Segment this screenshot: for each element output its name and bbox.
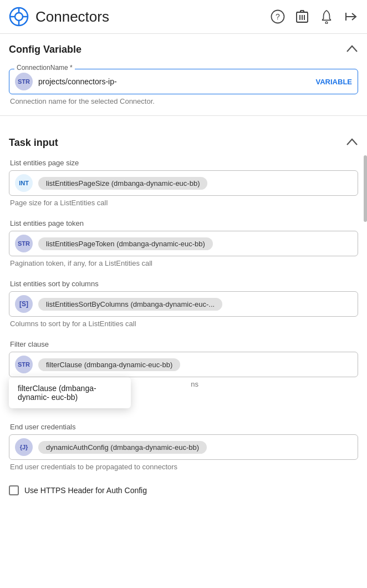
config-variable-title: Config Variable <box>9 44 81 55</box>
svg-point-1 <box>15 13 23 21</box>
delete-icon[interactable] <box>295 9 309 24</box>
end-user-credentials-label-row: End user credentials <box>9 420 358 431</box>
end-user-credentials-group: {J} dynamicAuthConfig (dmbanga-dynamic-e… <box>9 434 358 471</box>
j-badge-4: {J} <box>15 438 33 456</box>
svg-point-16 <box>325 22 328 24</box>
app-logo <box>9 7 29 27</box>
list-entities-sort-label: List entities sort by columns <box>10 277 358 288</box>
config-variable-section: Config Variable ConnectionName * STR pro… <box>0 34 367 105</box>
task-input-collapse-icon[interactable] <box>346 138 358 148</box>
list-entities-page-size-label: List entities page size <box>10 156 358 167</box>
https-header-checkbox[interactable] <box>9 485 19 495</box>
filter-clause-group: Filter clause STR filterClause (dmbanga-… <box>9 338 358 388</box>
list-entities-page-size-hint: Page size for a ListEntities call <box>10 199 358 207</box>
svg-text:?: ? <box>276 12 280 21</box>
end-user-credentials-label: End user credentials <box>10 420 358 431</box>
end-user-credentials-chip: dynamicAuthConfig (dmbanga-dynamic-euc-b… <box>38 441 207 454</box>
list-entities-sort-input[interactable]: [S] listEntitiesSortByColumns (dmbanga-d… <box>9 291 358 317</box>
list-entities-page-token-hint: Pagination token, if any, for a ListEnti… <box>10 259 358 267</box>
filter-clause-chip: filterClause (dmbanga-dynamic-euc-bb) <box>38 358 180 371</box>
filter-clause-hint-suffix: ns <box>191 380 198 388</box>
filter-clause-input[interactable]: STR filterClause (dmbanga-dynamic-euc-bb… <box>9 352 358 377</box>
connection-name-badge: STR <box>15 73 33 90</box>
https-header-checkbox-row[interactable]: Use HTTPS Header for Auth Config <box>9 481 358 504</box>
s-badge-2: [S] <box>15 295 33 313</box>
scrollbar[interactable] <box>364 155 367 222</box>
connection-name-label: ConnectionName * <box>14 64 75 72</box>
list-entities-page-token-chip: listEntitiesPageToken (dmbanga-dynamic-e… <box>38 237 213 250</box>
list-entities-page-size-chip: listEntitiesPageSize (dmbanga-dynamic-eu… <box>38 177 207 190</box>
bell-icon[interactable] <box>319 9 334 24</box>
task-input-title: Task input <box>9 137 58 149</box>
header-actions: ? <box>271 9 358 24</box>
connection-name-value: projects/connectors-ip- <box>38 77 312 86</box>
config-variable-header: Config Variable <box>9 34 358 63</box>
page-title: Connectors <box>35 8 271 26</box>
list-entities-page-token-input[interactable]: STR listEntitiesPageToken (dmbanga-dynam… <box>9 231 358 256</box>
connection-name-hint: Connection name for the selected Connect… <box>10 97 358 105</box>
list-entities-sort-group: List entities sort by columns [S] listEn… <box>9 277 358 328</box>
https-header-label: Use HTTPS Header for Auth Config <box>24 486 147 495</box>
end-user-credentials-hint: End user credentials to be propagated to… <box>10 463 358 471</box>
help-icon[interactable]: ? <box>271 9 285 24</box>
list-entities-sort-hint: Columns to sort by for a ListEntities ca… <box>10 320 358 328</box>
str-badge-1: STR <box>15 235 33 252</box>
section-gap-1 <box>0 116 367 127</box>
end-user-credentials-input[interactable]: {J} dynamicAuthConfig (dmbanga-dynamic-e… <box>9 434 358 460</box>
task-input-section: Task input List entities page size INT l… <box>0 127 367 504</box>
config-variable-collapse-icon[interactable] <box>346 45 358 55</box>
list-entities-page-size-group: List entities page size INT listEntities… <box>9 156 358 207</box>
variable-button[interactable]: VARIABLE <box>312 78 352 86</box>
task-input-header: Task input <box>9 127 358 156</box>
list-entities-page-size-input[interactable]: INT listEntitiesPageSize (dmbanga-dynami… <box>9 170 358 196</box>
list-entities-page-token-group: List entities page token STR listEntitie… <box>9 217 358 267</box>
list-entities-sort-chip: listEntitiesSortByColumns (dmbanga-dynam… <box>38 298 222 311</box>
list-entities-page-token-label: List entities page token <box>10 217 358 227</box>
connection-name-field-group: ConnectionName * STR projects/connectors… <box>9 69 358 105</box>
str-badge-3: STR <box>15 356 33 373</box>
expand-icon[interactable] <box>344 9 358 24</box>
filter-clause-label: Filter clause <box>10 338 358 348</box>
int-badge-0: INT <box>15 174 33 192</box>
filter-clause-hint: Filter clau <box>10 380 41 388</box>
connection-name-input-wrapper: ConnectionName * STR projects/connectors… <box>9 69 358 94</box>
connection-name-input-row[interactable]: STR projects/connectors-ip- VARIABLE <box>9 69 358 94</box>
app-header: Connectors ? <box>0 0 367 34</box>
